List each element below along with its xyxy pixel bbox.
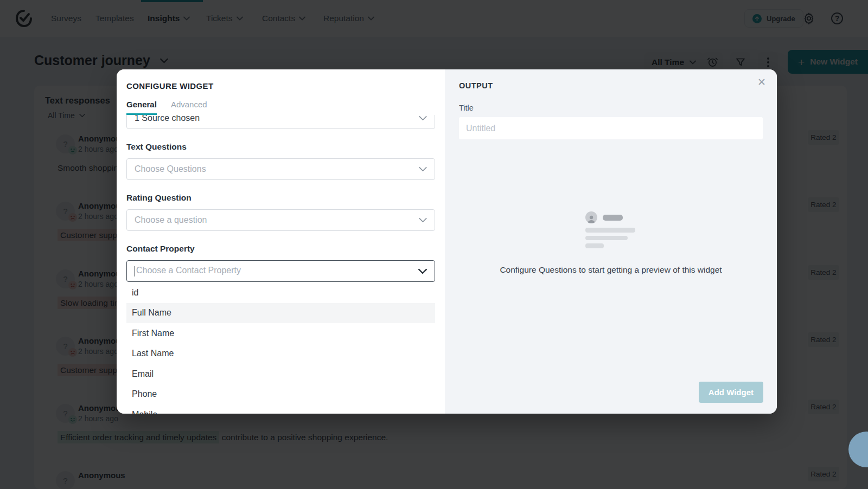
widget-title-label: Title bbox=[459, 104, 763, 112]
source-select[interactable]: 1 Source chosen bbox=[126, 115, 435, 129]
empty-state-message: Configure Questions to start getting a p… bbox=[500, 265, 722, 275]
contact-property-label: Contact Property bbox=[126, 244, 435, 254]
option-id[interactable]: id bbox=[126, 282, 435, 303]
option-first-name[interactable]: First Name bbox=[126, 323, 435, 344]
add-widget-button[interactable]: Add Widget bbox=[699, 382, 763, 403]
chevron-down-icon bbox=[419, 217, 427, 223]
option-last-name[interactable]: Last Name bbox=[126, 344, 435, 364]
configure-form-panel: CONFIGURE WIDGET General Advanced 1 Sour… bbox=[117, 69, 445, 414]
widget-preview-area: Configure Questions to start getting a p… bbox=[445, 211, 777, 275]
close-icon[interactable]: ✕ bbox=[757, 77, 766, 87]
contact-property-combobox[interactable]: Choose a Contact Property bbox=[126, 260, 435, 282]
tab-advanced[interactable]: Advanced bbox=[171, 100, 207, 115]
widget-title-input[interactable] bbox=[459, 117, 763, 139]
configure-widget-modal: CONFIGURE WIDGET General Advanced 1 Sour… bbox=[117, 69, 777, 414]
screen: Surveys Templates Insights Tickets Conta… bbox=[0, 0, 868, 489]
skeleton-bar bbox=[585, 228, 635, 233]
rating-question-label: Rating Question bbox=[126, 193, 435, 203]
tab-general[interactable]: General bbox=[126, 100, 157, 115]
modal-title: CONFIGURE WIDGET bbox=[126, 81, 435, 91]
text-questions-select[interactable]: Choose Questions bbox=[126, 158, 435, 180]
chevron-down-icon bbox=[419, 166, 427, 172]
output-title: OUTPUT bbox=[459, 81, 763, 90]
option-full-name[interactable]: Full Name bbox=[126, 303, 435, 324]
skeleton-bar bbox=[585, 243, 604, 248]
person-icon bbox=[585, 211, 597, 223]
option-email[interactable]: Email bbox=[126, 364, 435, 384]
form-scroll-area[interactable]: 1 Source chosen Text Questions Choose Qu… bbox=[126, 115, 435, 414]
text-questions-label: Text Questions bbox=[126, 142, 435, 152]
output-panel: OUTPUT ✕ Title Configure Questions to bbox=[445, 69, 777, 414]
option-mobile[interactable]: Mobile bbox=[126, 404, 435, 414]
contact-property-options-list: id Full Name First Name Last Name Email … bbox=[126, 282, 435, 414]
option-phone[interactable]: Phone bbox=[126, 384, 435, 405]
modal-tabs: General Advanced bbox=[126, 100, 435, 115]
preview-skeleton bbox=[585, 211, 637, 248]
chevron-down-icon bbox=[418, 268, 427, 274]
chevron-down-icon bbox=[419, 115, 427, 121]
text-cursor bbox=[135, 266, 135, 276]
skeleton-bar bbox=[603, 215, 623, 221]
rating-question-select[interactable]: Choose a question bbox=[126, 209, 435, 231]
skeleton-bar bbox=[585, 236, 628, 240]
